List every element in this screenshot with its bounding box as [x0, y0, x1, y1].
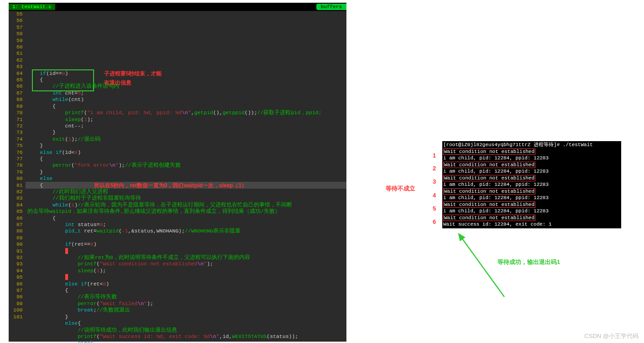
- watermark: CSDN @小王学代码: [584, 332, 639, 340]
- terminal-marker-6: 6: [433, 218, 436, 225]
- terminal-marker-4: 4: [433, 192, 436, 199]
- buffers-badge[interactable]: buffers: [316, 4, 346, 10]
- terminal-marker-1: 1: [433, 152, 436, 159]
- terminal-output: [root@iZ0jl82geus4yqbhg71ttrZ 进程等待]# ./t…: [442, 141, 621, 228]
- annotation-wait-not-established: 等待不成立: [386, 185, 415, 193]
- code-body[interactable]: 子进程要5秒结束，才能 有退出信息 所以在5秒内，ret数值一直为0，我们wai…: [26, 11, 346, 342]
- line-gutter: 55 56 57 58 59 60 61 62 63 64 65 66 67 6…: [9, 11, 26, 342]
- terminal-marker-2: 2: [433, 165, 436, 172]
- arrow-icon: [434, 228, 525, 311]
- terminal-marker-5: 5: [433, 205, 436, 212]
- annotation-wait-success: 等待成功，输出退出码1: [497, 258, 560, 266]
- editor-titlebar: 1: testWait.c buffers: [9, 3, 346, 11]
- code-editor[interactable]: 1: testWait.c buffers 55 56 57 58 59 60 …: [9, 3, 346, 342]
- terminal-marker-3: 3: [433, 178, 436, 185]
- editor-tab[interactable]: 1: testWait.c: [9, 4, 55, 10]
